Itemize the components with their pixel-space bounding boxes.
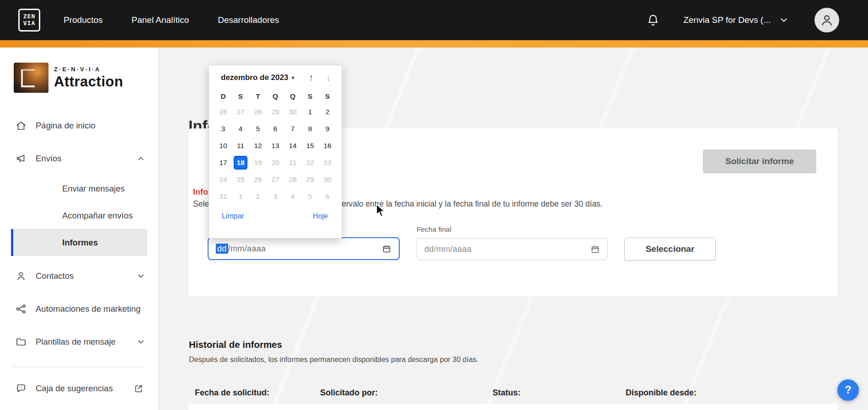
month-dropdown-caret-icon[interactable]: ▾	[291, 75, 294, 81]
column-header-disponible-desde: Disponible desde:	[626, 388, 697, 398]
history-table-row	[188, 404, 838, 410]
folder-icon	[16, 336, 28, 347]
sidebar: Z·E·N·V·I·A Attraction Página de inicio …	[0, 48, 159, 410]
chevron-up-icon[interactable]	[136, 154, 145, 163]
sidebar-subitem-acompanar-envios[interactable]: Acompañar envíos	[0, 202, 158, 229]
nav-item-panel-analitico[interactable]: Panel Analítico	[132, 15, 189, 25]
previous-month-arrow-icon[interactable]: ↑	[309, 72, 314, 83]
topnav-right: Zenvia SP for Devs (...	[647, 8, 839, 32]
calendar-day-selected[interactable]: 18	[232, 154, 249, 171]
calendar-day[interactable]: 9	[319, 120, 336, 137]
sidebar-item-automaciones[interactable]: Automaciones de marketing	[0, 293, 158, 325]
calendar-day[interactable]: 6	[267, 120, 284, 137]
calendar-day: 6	[319, 188, 336, 205]
calendar-day: 28	[284, 171, 301, 188]
home-icon	[16, 120, 28, 131]
calendar-day[interactable]: 4	[232, 120, 249, 137]
sidebar-item-plantillas[interactable]: Plantillas de mensaje	[0, 325, 158, 358]
attraction-logo-product: Attraction	[54, 74, 123, 90]
main-content: Informes de envío Solicita informes deta…	[159, 48, 868, 410]
calendar-weekday: S	[301, 90, 319, 103]
date-segment-rest: /mm/aaaa	[228, 244, 266, 253]
select-dates-button[interactable]: Seleccionar	[624, 238, 716, 261]
zenvia-logo-text: ZEN	[23, 13, 35, 20]
external-link-icon	[134, 383, 144, 394]
zenvia-logo-text: VIA	[23, 20, 35, 27]
calendar-today-link[interactable]: Hoje	[313, 212, 328, 220]
calendar-day[interactable]: 1	[301, 103, 319, 120]
attraction-logo-image	[14, 63, 48, 93]
calendar-weekday: S	[319, 90, 336, 103]
request-report-button[interactable]: Solicitar informe	[703, 149, 816, 173]
calendar-grid: DSTQQSS262728293012345678910111213141516…	[209, 90, 342, 205]
end-date-placeholder: dd/mm/aaaa	[424, 245, 472, 254]
chevron-down-icon[interactable]	[136, 337, 145, 346]
sidebar-item-pagina-de-inicio[interactable]: Página de inicio	[0, 109, 158, 142]
person-icon	[16, 271, 28, 282]
sidebar-item-caja-de-sugerencias[interactable]: Caja de sugerencias	[0, 375, 158, 402]
calendar-picker-icon[interactable]	[382, 244, 391, 254]
history-table-header: Fecha de solicitud: Solicitado por: Stat…	[188, 388, 838, 404]
selected-day-box: 18	[234, 156, 247, 170]
calendar-weekday: T	[249, 90, 267, 103]
calendar-day[interactable]: 3	[214, 120, 232, 137]
next-month-arrow-icon[interactable]: ↓	[326, 72, 331, 83]
calendar-footer: Limpar Hoje	[209, 212, 342, 220]
attraction-logo: Z·E·N·V·I·A Attraction	[14, 63, 158, 93]
calendar-day[interactable]: 12	[249, 137, 267, 154]
calendar-day[interactable]: 7	[284, 120, 301, 137]
date-picker-popup: dezembro de 2023 ▾ ↑ ↓ DSTQQSS2627282930…	[209, 65, 342, 239]
account-chevron-down-icon[interactable]	[779, 15, 789, 25]
column-header-solicitado-por: Solicitado por:	[320, 388, 378, 398]
date-segment-selected: dd	[216, 244, 228, 254]
notifications-bell-icon[interactable]	[647, 14, 659, 27]
sidebar-item-label: Caja de sugerencias	[36, 383, 113, 394]
sidebar-item-label: Página de inicio	[36, 121, 96, 131]
calendar-day[interactable]: 17	[214, 154, 232, 171]
calendar-day[interactable]: 8	[301, 120, 319, 137]
zenvia-logo[interactable]: ZEN VIA	[18, 9, 40, 32]
nav-item-productos[interactable]: Productos	[64, 15, 103, 25]
calendar-day[interactable]: 15	[301, 137, 319, 154]
start-date-input[interactable]: dd/mm/aaaa	[208, 237, 400, 260]
top-nav: ZEN VIA Productos Panel Analítico Desarr…	[0, 0, 868, 40]
sidebar-item-contactos[interactable]: Contactos	[0, 260, 158, 293]
calendar-day: 31	[214, 188, 232, 205]
calendar-picker-icon[interactable]	[590, 245, 600, 254]
sidebar-subitem-informes[interactable]: Informes	[11, 229, 147, 256]
calendar-day: 29	[267, 103, 284, 120]
sidebar-item-label: Informes	[62, 238, 98, 248]
calendar-day: 29	[301, 171, 319, 188]
sidebar-subitem-enviar-mensajes[interactable]: Enviar mensajes	[0, 175, 158, 202]
end-date-input[interactable]: dd/mm/aaaa	[417, 238, 608, 260]
chevron-down-icon[interactable]	[136, 272, 145, 281]
end-date-label: Fecha final	[417, 225, 451, 234]
calendar-day[interactable]: 13	[267, 137, 284, 154]
calendar-day: 5	[301, 188, 319, 205]
sidebar-item-label: Acompañar envíos	[62, 211, 133, 221]
calendar-day[interactable]: 2	[319, 103, 336, 120]
account-switcher[interactable]: Zenvia SP for Devs (...	[683, 15, 771, 25]
calendar-day: 23	[319, 154, 336, 171]
nav-item-desarrolladores[interactable]: Desarrolladores	[218, 15, 279, 25]
calendar-day[interactable]: 11	[232, 137, 249, 154]
calendar-day: 2	[249, 188, 267, 205]
sidebar-item-label: Envíos	[36, 154, 62, 164]
sidebar-menu: Página de inicio Envíos Enviar mensajes …	[0, 109, 158, 402]
calendar-header: dezembro de 2023 ▾ ↑ ↓	[209, 65, 342, 83]
calendar-day: 25	[232, 171, 249, 188]
help-button[interactable]: ?	[837, 379, 859, 401]
calendar-clear-link[interactable]: Limpar	[222, 212, 244, 220]
calendar-day[interactable]: 16	[319, 137, 336, 154]
calendar-month-label[interactable]: dezembro de 2023	[221, 73, 288, 82]
user-avatar[interactable]	[814, 8, 839, 32]
calendar-day: 19	[249, 154, 267, 171]
calendar-day: 30	[319, 171, 336, 188]
calendar-day[interactable]: 14	[284, 137, 301, 154]
calendar-day: 22	[301, 154, 319, 171]
calendar-day: 24	[214, 171, 232, 188]
calendar-day[interactable]: 5	[249, 120, 267, 137]
calendar-day[interactable]: 10	[214, 137, 232, 154]
sidebar-item-envios[interactable]: Envíos	[0, 142, 158, 175]
calendar-day: 20	[267, 154, 284, 171]
